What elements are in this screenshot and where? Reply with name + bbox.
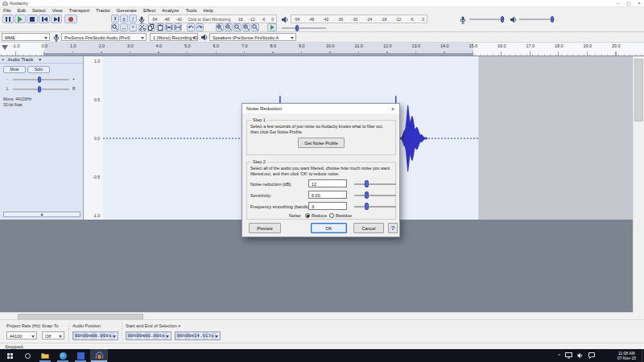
paste-button[interactable] bbox=[156, 23, 164, 31]
playback-volume-thumb[interactable] bbox=[551, 16, 554, 23]
zoom-in-button[interactable] bbox=[216, 23, 224, 31]
selection-end-field[interactable]: 00h00m14.913s bbox=[175, 331, 221, 340]
horizontal-scrollbar[interactable] bbox=[0, 312, 633, 319]
preview-button[interactable]: Preview bbox=[249, 223, 281, 233]
app-button[interactable] bbox=[72, 349, 89, 362]
mute-button[interactable]: Mute bbox=[3, 66, 26, 73]
record-button[interactable] bbox=[64, 14, 77, 23]
noise-reduction-slider-thumb[interactable] bbox=[365, 180, 369, 187]
monitor-text[interactable]: Click to Start Monitoring bbox=[188, 17, 230, 22]
minimize-button[interactable]: – bbox=[613, 0, 623, 7]
play-speed-thumb[interactable] bbox=[295, 25, 299, 31]
frequency-smoothing-slider-thumb[interactable] bbox=[365, 203, 369, 210]
time-shift-tool-button[interactable]: ↔ bbox=[120, 23, 128, 31]
track-collapse-button[interactable]: ▲ bbox=[3, 212, 80, 217]
zoom-out-button[interactable] bbox=[225, 23, 233, 31]
menu-item[interactable]: Generate bbox=[114, 7, 140, 14]
sensitivity-slider[interactable] bbox=[354, 191, 396, 199]
sensitivity-slider-thumb[interactable] bbox=[365, 191, 369, 199]
selection-range-label[interactable]: Start and End of Selection ▾ bbox=[126, 323, 180, 328]
timeline-ruler[interactable]: -1.00.01.02.03.04.05.06.07.08.09.010.011… bbox=[0, 43, 644, 56]
sensitivity-input[interactable]: 6.00 bbox=[308, 191, 347, 199]
horizontal-scrollbar-thumb[interactable] bbox=[18, 314, 143, 319]
vertical-scale-ruler[interactable]: 1.00.50.0-0.5-1.0 bbox=[83, 56, 103, 220]
stop-button[interactable] bbox=[27, 14, 38, 23]
silence-audio-button[interactable] bbox=[174, 23, 182, 31]
vertical-scrollbar-thumb[interactable] bbox=[634, 59, 643, 121]
ok-button[interactable]: OK bbox=[311, 223, 347, 233]
track-name[interactable]: Audio Track bbox=[6, 57, 34, 62]
browser-button[interactable] bbox=[55, 349, 71, 362]
track-close-icon[interactable]: × bbox=[0, 57, 6, 62]
recording-volume-slider[interactable] bbox=[469, 19, 505, 20]
draw-tool-button[interactable]: / bbox=[129, 14, 137, 23]
solo-button[interactable]: Solo bbox=[27, 66, 50, 73]
menu-item[interactable]: Analyze bbox=[159, 7, 182, 14]
menu-item[interactable]: View bbox=[49, 7, 66, 14]
search-button[interactable] bbox=[19, 349, 35, 362]
project-rate-select[interactable]: 44100 bbox=[6, 331, 37, 339]
menu-item[interactable]: Effect bbox=[140, 7, 159, 14]
playback-meter[interactable]: -54-48-42-36-30-24-18-12-60 bbox=[291, 14, 427, 23]
network-icon[interactable] bbox=[565, 352, 572, 359]
audio-position-field[interactable]: 00h00m00.000s bbox=[72, 331, 118, 340]
pan-slider-thumb[interactable] bbox=[38, 86, 41, 93]
reduce-radio-label[interactable]: Reduce bbox=[312, 213, 327, 218]
close-button[interactable]: × bbox=[634, 0, 644, 7]
menu-item[interactable]: Help bbox=[200, 7, 216, 14]
playback-device-select[interactable]: Speakers (PreSonus FireStudio A bbox=[209, 33, 296, 41]
dialog-close-icon[interactable]: × bbox=[386, 106, 399, 112]
start-button[interactable] bbox=[2, 349, 18, 362]
file-explorer-button[interactable] bbox=[37, 349, 53, 362]
zoom-toggle-button[interactable] bbox=[251, 23, 259, 31]
cancel-button[interactable]: Cancel bbox=[353, 223, 384, 233]
snap-to-select[interactable]: Off bbox=[42, 331, 64, 339]
cut-button[interactable] bbox=[138, 23, 147, 31]
menu-item[interactable]: Edit bbox=[14, 7, 29, 14]
vertical-scrollbar[interactable] bbox=[633, 56, 644, 312]
residue-radio-label[interactable]: Residue bbox=[336, 213, 352, 218]
copy-button[interactable] bbox=[147, 23, 155, 31]
frequency-smoothing-input[interactable]: 3 bbox=[308, 202, 347, 210]
menu-item[interactable]: Tracks bbox=[93, 7, 114, 14]
zoom-selection-button[interactable] bbox=[233, 23, 242, 31]
track-menu-dropdown-icon[interactable]: ▼ bbox=[38, 57, 42, 62]
undo-button[interactable] bbox=[187, 23, 195, 31]
taskbar-clock[interactable]: 11:08 AM 07-Nov-15 bbox=[617, 351, 636, 360]
selection-tool-button[interactable]: I bbox=[111, 14, 119, 23]
zoom-fit-button[interactable] bbox=[242, 23, 250, 31]
zoom-tool-button[interactable] bbox=[111, 23, 119, 31]
get-noise-profile-button[interactable]: Get Noise Profile bbox=[298, 138, 345, 148]
help-button[interactable]: ? bbox=[388, 223, 398, 233]
action-center-icon[interactable] bbox=[588, 352, 595, 359]
menu-item[interactable]: File bbox=[0, 7, 14, 14]
gain-slider-thumb[interactable] bbox=[38, 76, 41, 83]
audacity-taskbar-button[interactable] bbox=[90, 349, 108, 362]
frequency-smoothing-slider[interactable] bbox=[354, 202, 396, 210]
noise-reduction-input[interactable]: 12 bbox=[308, 179, 347, 187]
maximize-button[interactable]: ▢ bbox=[624, 0, 634, 7]
toolbar-gripper[interactable] bbox=[68, 323, 70, 341]
playback-meter-speaker-icon[interactable] bbox=[281, 16, 289, 23]
recording-channels-select[interactable]: 1 (Mono) Recording Chan bbox=[150, 33, 198, 41]
trim-audio-button[interactable] bbox=[165, 23, 173, 31]
play-speed-slider[interactable] bbox=[282, 27, 326, 29]
skip-to-start-button[interactable] bbox=[39, 14, 50, 23]
noise-reduction-slider[interactable] bbox=[354, 179, 396, 187]
dialog-title-bar[interactable]: Noise Reduction × bbox=[242, 104, 399, 113]
redo-button[interactable] bbox=[196, 23, 204, 31]
play-at-speed-button[interactable] bbox=[267, 23, 277, 31]
menu-item[interactable]: Tools bbox=[182, 7, 200, 14]
gain-slider[interactable] bbox=[13, 79, 69, 80]
envelope-tool-button[interactable]: ± bbox=[120, 14, 128, 23]
selection-range-dropdown-icon[interactable]: ▾ bbox=[178, 323, 180, 328]
reduce-radio[interactable] bbox=[305, 213, 310, 218]
pan-slider[interactable] bbox=[13, 88, 69, 90]
recording-volume-thumb[interactable] bbox=[501, 16, 504, 23]
menu-item[interactable]: Select bbox=[29, 7, 49, 14]
tray-chevron-icon[interactable]: ^ bbox=[558, 353, 560, 358]
pause-button[interactable] bbox=[2, 14, 14, 23]
residue-radio[interactable] bbox=[329, 213, 334, 218]
menu-item[interactable]: Transport bbox=[66, 7, 93, 14]
recording-meter[interactable]: -54-48-42 Click to Start Monitoring -18-… bbox=[148, 14, 277, 23]
